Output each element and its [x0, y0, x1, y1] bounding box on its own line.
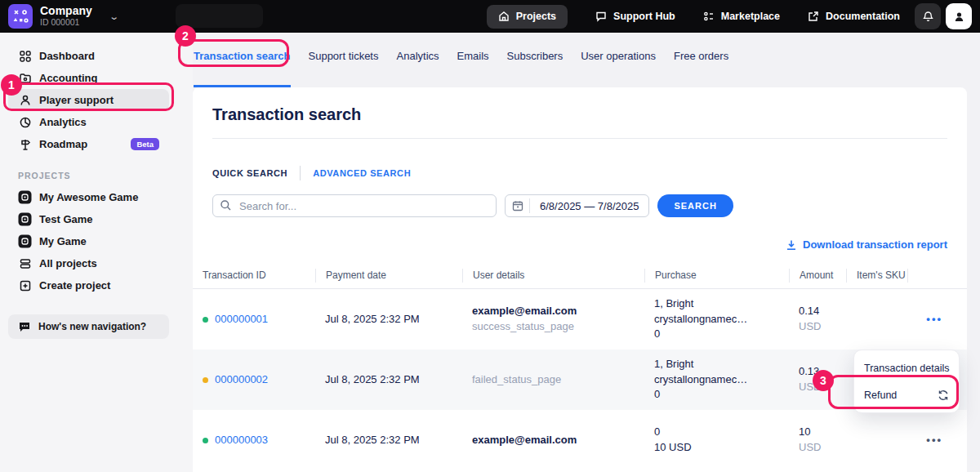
sidebar-item-label: Analytics [39, 116, 87, 128]
sidebar-item-player-support[interactable]: Player support [8, 89, 169, 111]
redacted-block [176, 4, 263, 28]
annotation-step-2: 2 [175, 25, 196, 47]
person-avatar-icon [953, 11, 965, 23]
payment-date: Jul 8, 2025 2:32 PM [315, 433, 462, 448]
payment-date: Jul 8, 2025 2:32 PM [315, 312, 462, 327]
sidebar-item-create-project[interactable]: Create project [8, 274, 169, 296]
advanced-search-tab[interactable]: ADVANCED SEARCH [313, 168, 411, 178]
game-icon [18, 190, 32, 204]
sidebar-item-all-projects[interactable]: All projects [8, 252, 169, 274]
sidebar-project-my-awesome-game[interactable]: My Awesome Game [8, 186, 169, 208]
tab-transaction-search[interactable]: Transaction search [194, 50, 291, 87]
sidebar-item-accounting[interactable]: Accounting [8, 67, 169, 89]
notifications-button[interactable] [915, 3, 941, 29]
chat-icon [595, 11, 607, 22]
support-hub-button[interactable]: Support Hub [595, 11, 675, 22]
row-context-menu: Transaction details Refund [853, 350, 960, 413]
col-user-details: User details [462, 269, 644, 283]
transaction-id-link[interactable]: 000000001 [215, 312, 268, 327]
payment-date: Jul 8, 2025 2:32 PM [315, 372, 462, 388]
tab-free-orders[interactable]: Free orders [674, 50, 728, 87]
tab-analytics[interactable]: Analytics [397, 50, 439, 87]
status-dot-success [203, 317, 208, 323]
menu-item-refund[interactable]: Refund [854, 381, 959, 408]
beta-badge: Beta [131, 138, 159, 150]
user-status-page: success_status_page [472, 319, 644, 335]
company-logo[interactable] [8, 4, 33, 29]
purchase-items: 0 [654, 425, 789, 440]
annotation-step-3: 3 [813, 370, 834, 391]
person-icon [18, 93, 32, 107]
sidebar-item-label: All projects [39, 257, 97, 269]
transaction-id-link[interactable]: 000000003 [215, 433, 268, 448]
col-items-sku: Item's SKU [846, 269, 907, 283]
date-range-value: 6/8/2025 — 7/8/2025 [530, 200, 648, 212]
projects-button[interactable]: Projects [487, 5, 568, 29]
sidebar-project-my-game[interactable]: My Game [8, 230, 169, 252]
marketplace-button[interactable]: Marketplace [703, 11, 780, 22]
external-link-icon [808, 11, 819, 22]
col-actions [907, 269, 967, 283]
annotation-step-1: 1 [1, 74, 22, 96]
quick-search-tab[interactable]: QUICK SEARCH [212, 168, 287, 178]
game-icon [18, 212, 32, 226]
col-amount: Amount [789, 269, 846, 283]
download-report-label: Download transaction report [803, 238, 947, 251]
search-icon [220, 199, 232, 212]
documentation-label: Documentation [826, 11, 900, 22]
transaction-id-link[interactable]: 000000002 [215, 372, 268, 388]
tab-subscribers[interactable]: Subscribers [507, 50, 564, 87]
sidebar-item-roadmap[interactable]: Roadmap Beta [8, 133, 169, 155]
search-mode-tabs: QUICK SEARCH ADVANCED SEARCH [212, 166, 947, 180]
top-nav: Projects Support Hub Marketplace Documen… [487, 5, 900, 29]
row-actions-button[interactable]: ••• [926, 315, 942, 323]
sidebar-item-label: My Awesome Game [39, 191, 138, 203]
sidebar-item-label: Create project [39, 279, 110, 292]
tab-emails[interactable]: Emails [457, 50, 489, 87]
sidebar-item-dashboard[interactable]: Dashboard [8, 45, 169, 67]
user-email: example@email.com [472, 433, 644, 448]
date-range-picker[interactable]: 6/8/2025 — 7/8/2025 [505, 194, 649, 217]
table-header: Transaction ID Payment date User details… [193, 262, 967, 289]
projects-label: Projects [516, 11, 556, 22]
table-row: 000000002 Jul 8, 2025 2:32 PM failed_sta… [193, 350, 967, 410]
top-bar: Company ID 000001 ⌄ Projects Support Hub… [0, 0, 980, 33]
search-input[interactable] [212, 194, 497, 217]
sidebar-project-test-game[interactable]: Test Game [8, 208, 169, 230]
sidebar-item-label: Accounting [39, 72, 98, 84]
download-report-link[interactable]: Download transaction report [786, 238, 947, 251]
documentation-button[interactable]: Documentation [808, 11, 900, 22]
company-block[interactable]: Company ID 000001 [40, 5, 92, 28]
chat-bubble-icon [18, 320, 31, 333]
stack-icon [18, 256, 32, 270]
sidebar-item-label: Player support [39, 94, 114, 106]
sidebar-item-analytics[interactable]: Analytics [8, 111, 169, 133]
sidebar-item-label: Test Game [39, 213, 93, 225]
pie-chart-icon [18, 115, 32, 129]
purchase-extra: 10 USD [654, 440, 789, 456]
purchase-items: 1, Bright crystallongnamec… [654, 357, 789, 388]
user-status-page: failed_status_page [472, 372, 644, 388]
status-dot-pending [203, 377, 208, 383]
account-button[interactable] [946, 3, 972, 29]
col-transaction-id: Transaction ID [193, 269, 315, 283]
transaction-search-card: Transaction search QUICK SEARCH ADVANCED… [193, 87, 967, 472]
menu-item-transaction-details[interactable]: Transaction details [854, 354, 959, 381]
tab-support-tickets[interactable]: Support tickets [309, 50, 379, 87]
row-actions-button[interactable]: ••• [926, 436, 942, 444]
chevron-down-icon[interactable]: ⌄ [109, 11, 119, 22]
section-tabs: Transaction search Support tickets Analy… [193, 33, 980, 87]
download-icon [786, 239, 797, 251]
tab-user-operations[interactable]: User operations [581, 50, 656, 87]
search-button[interactable]: SEARCH [657, 194, 733, 217]
table-row: 000000001 Jul 8, 2025 2:32 PM example@em… [193, 289, 967, 350]
new-navigation-banner[interactable]: How's new navigation? [8, 314, 169, 339]
game-icon [18, 234, 32, 248]
amount-currency: USD [799, 440, 846, 456]
col-payment-date: Payment date [315, 269, 462, 283]
col-purchase: Purchase [644, 269, 789, 283]
sidebar-item-label: My Game [39, 235, 87, 247]
company-logo-icon [8, 4, 33, 29]
refresh-icon [938, 390, 949, 401]
menu-item-label: Refund [864, 390, 897, 401]
